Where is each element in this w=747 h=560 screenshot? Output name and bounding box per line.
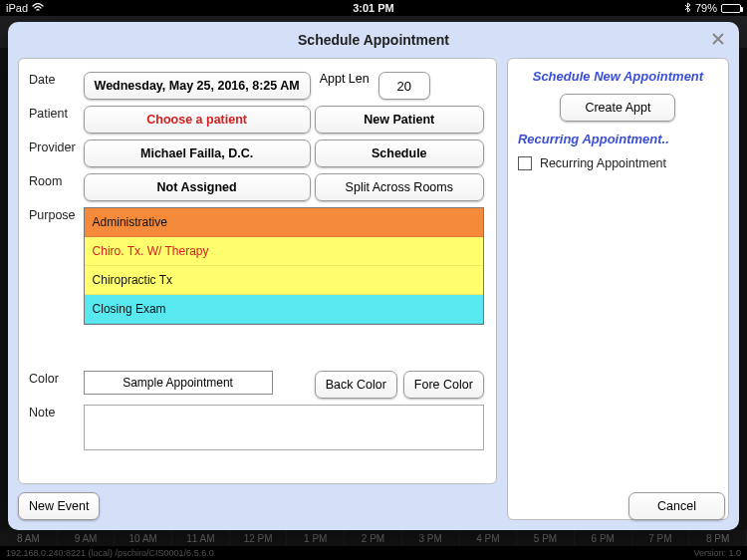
timeline-slot: 3 PM (402, 530, 460, 546)
device-label: iPad (6, 2, 28, 14)
cancel-button[interactable]: Cancel (628, 492, 725, 520)
new-patient-button[interactable]: New Patient (315, 106, 484, 134)
purpose-item[interactable]: Chiropractic Tx (85, 266, 483, 295)
timeline-slot: 11 AM (172, 530, 230, 546)
split-rooms-button[interactable]: Split Across Rooms (315, 173, 484, 201)
battery-icon (721, 4, 741, 13)
color-sample-input[interactable] (84, 371, 273, 395)
bg-timeline: 8 AM9 AM10 AM11 AM12 PM1 PM2 PM3 PM4 PM5… (0, 530, 747, 546)
modal-title: Schedule Appointment (298, 32, 449, 48)
room-button[interactable]: Not Assigned (84, 173, 311, 201)
purpose-item[interactable]: Chiro. Tx. W/ Therapy (85, 237, 483, 266)
note-textarea[interactable] (84, 405, 484, 450)
bluetooth-icon (684, 2, 691, 15)
ios-status-bar: iPad 3:01 PM 79% (0, 0, 747, 16)
schedule-appointment-modal: Schedule Appointment Date Wednesday, May… (8, 22, 739, 530)
create-appt-button[interactable]: Create Appt (560, 94, 675, 122)
choose-patient-button[interactable]: Choose a patient (84, 106, 311, 134)
schedule-button[interactable]: Schedule (315, 140, 484, 167)
schedule-new-appt-heading: Schedule New Appointment (518, 69, 718, 84)
label-date: Date (19, 69, 82, 103)
purpose-item[interactable]: Closing Exam (85, 295, 483, 324)
battery-pct: 79% (695, 2, 717, 14)
timeline-slot: 1 PM (287, 530, 345, 546)
timeline-slot: 5 PM (517, 530, 575, 546)
recurring-appt-heading: Recurring Appointment.. (518, 132, 718, 146)
label-purpose: Purpose (19, 204, 82, 328)
recurring-checkbox-label: Recurring Appointment (540, 156, 666, 170)
purpose-item[interactable]: Administrative (85, 208, 483, 237)
timeline-slot: 8 AM (0, 530, 58, 546)
new-event-button[interactable]: New Event (18, 492, 100, 520)
timeline-slot: 9 AM (58, 530, 116, 546)
bg-footer-version: Version: 1.0 (693, 548, 741, 558)
recurring-checkbox[interactable] (518, 156, 532, 170)
appt-len-input[interactable] (378, 72, 430, 100)
label-provider: Provider (19, 137, 82, 170)
purpose-item[interactable] (85, 324, 483, 325)
fore-color-button[interactable]: Fore Color (403, 371, 484, 399)
wifi-icon (32, 2, 44, 14)
date-picker-button[interactable]: Wednesday, May 25, 2016, 8:25 AM (84, 72, 311, 100)
timeline-slot: 12 PM (230, 530, 288, 546)
purpose-list[interactable]: Administrative Chiro. Tx. W/ Therapy Chi… (84, 207, 484, 325)
label-room: Room (19, 170, 82, 204)
timeline-slot: 4 PM (460, 530, 518, 546)
timeline-slot: 8 PM (689, 530, 747, 546)
timeline-slot: 10 AM (115, 530, 172, 546)
provider-button[interactable]: Michael Failla, D.C. (84, 140, 311, 167)
timeline-slot: 6 PM (575, 530, 632, 546)
timeline-slot: 7 PM (632, 530, 690, 546)
bg-footer-path: 192.168.0.240:8221 (local) /pschiro/CIS0… (6, 548, 214, 558)
close-button[interactable] (707, 28, 729, 50)
label-color: Color (19, 368, 82, 402)
label-appt-len: Appt Len (313, 69, 376, 103)
timeline-slot: 2 PM (345, 530, 402, 546)
label-patient: Patient (19, 103, 82, 137)
status-time: 3:01 PM (353, 2, 394, 14)
label-note: Note (19, 402, 82, 457)
back-color-button[interactable]: Back Color (315, 371, 397, 399)
recurring-checkbox-row[interactable]: Recurring Appointment (518, 156, 718, 170)
